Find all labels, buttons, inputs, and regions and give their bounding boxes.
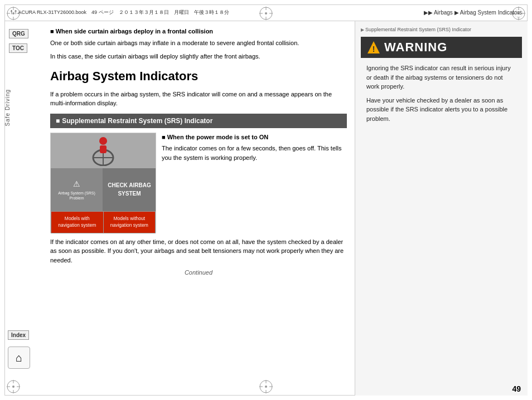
section1-text1: One or both side curtain airbags may inf… — [50, 38, 347, 48]
nav-tab-qrg[interactable]: QRG — [9, 29, 28, 38]
warning-box: ! WARNING Ignoring the SRS indicator can… — [361, 37, 522, 129]
nav-tab-toc[interactable]: TOC — [9, 43, 27, 53]
section1-heading: When side curtain airbags deploy in a fr… — [50, 27, 347, 36]
srs-image: ⚠ Airbag System (SRS) Problem CHECK AIRB… — [50, 133, 156, 233]
airbag-illustration — [81, 135, 125, 166]
warning-triangle-container: ! — [366, 40, 381, 55]
indicator-right: CHECK AIRBAG SYSTEM — [103, 168, 156, 211]
continued-text: Continued — [50, 268, 347, 277]
warning-triangle-icon: ! — [366, 40, 381, 55]
model-labels: Models with navigation system Models wit… — [51, 211, 156, 233]
page-number: 49 — [512, 384, 521, 393]
model-screens: ⚠ Airbag System (SRS) Problem CHECK AIRB… — [51, 168, 156, 202]
home-button[interactable]: ⌂ — [8, 347, 30, 369]
warning-header: ! WARNING — [361, 37, 522, 58]
header-file-info: † † ACURA RLX-31TY26000.book 49 ページ ２０１３… — [10, 9, 229, 16]
model-label-left: Models with navigation system — [51, 211, 103, 233]
model-label-right: Models without navigation system — [103, 211, 156, 233]
svg-text:!: ! — [373, 45, 375, 53]
when-power-heading: When the power mode is set to ON — [162, 133, 347, 142]
header: † † ACURA RLX-31TY26000.book 49 ページ ２０１３… — [4, 4, 528, 21]
airbag-icon-area — [51, 133, 156, 168]
srs-right-text: When the power mode is set to ON The ind… — [162, 133, 347, 233]
breadcrumb: ▶▶ Airbags ▶ Airbag System Indicators — [424, 9, 522, 16]
srs-section: ⚠ Airbag System (SRS) Problem CHECK AIRB… — [50, 133, 347, 233]
nav-tab-safe-driving[interactable]: Safe Driving — [4, 89, 11, 126]
right-panel-caption: Supplemental Restraint System (SRS) Indi… — [361, 27, 522, 32]
when-power-text: The indicator comes on for a few seconds… — [162, 144, 347, 162]
page-subtitle: If a problem occurs in the airbag system… — [50, 90, 347, 108]
srs-image-inner: ⚠ Airbag System (SRS) Problem CHECK AIRB… — [51, 133, 156, 211]
bottom-note: If the indicator comes on at any other t… — [50, 237, 347, 265]
warning-body: Ignoring the SRS indicator can result in… — [361, 58, 522, 129]
nav-tab-index[interactable]: Index — [8, 330, 29, 340]
section1-text2: In this case, the side curtain airbags w… — [50, 52, 347, 61]
svg-rect-42 — [100, 145, 107, 153]
main-content: When side curtain airbags deploy in a fr… — [42, 21, 355, 396]
srs-section-header: Supplemental Restraint System (SRS) Indi… — [50, 114, 347, 128]
warning-text1: Ignoring the SRS indicator can result in… — [366, 64, 516, 91]
right-panel: Supplemental Restraint System (SRS) Indi… — [355, 21, 528, 396]
page-title: Airbag System Indicators — [50, 67, 347, 85]
svg-point-41 — [99, 137, 107, 145]
warning-text2: Have your vehicle checked by a dealer as… — [366, 96, 516, 124]
indicator-left: ⚠ Airbag System (SRS) Problem — [51, 168, 103, 211]
warning-title: WARNING — [384, 40, 447, 55]
